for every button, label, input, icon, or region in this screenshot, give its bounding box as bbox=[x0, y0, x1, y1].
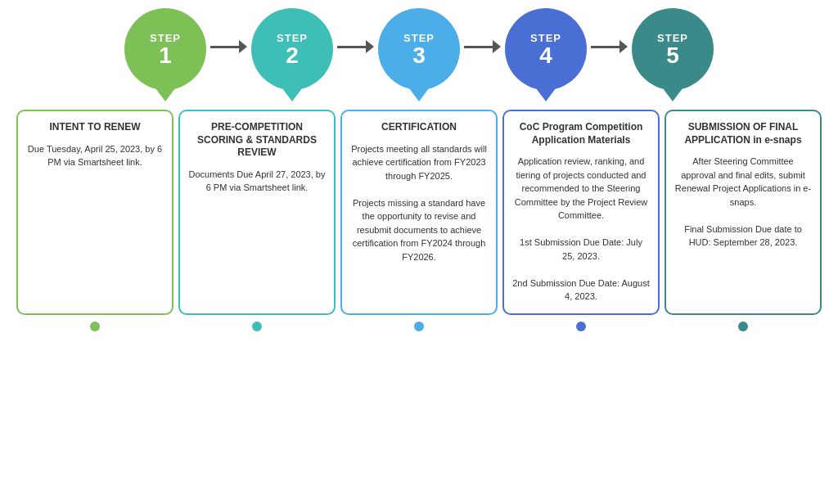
card2-body: Documents Due April 27, 2023, by 6 PM vi… bbox=[188, 168, 326, 195]
step5-bubble-wrapper: STEP 5 bbox=[632, 8, 714, 101]
arrow4-line bbox=[591, 46, 619, 48]
card1-dot bbox=[90, 322, 100, 331]
arrow1-head bbox=[239, 40, 247, 53]
step4-pointer bbox=[536, 88, 556, 101]
arrow2-line bbox=[337, 46, 366, 48]
card4-body: Application review, ranking, and tiering… bbox=[512, 155, 650, 304]
card4-dot bbox=[576, 322, 586, 331]
cards-row: INTENT TO RENEW Due Tuesday, April 25, 2… bbox=[16, 110, 822, 331]
step1-bubble: STEP 1 bbox=[124, 8, 206, 101]
card4-title: CoC Program Competition Application Mate… bbox=[512, 121, 650, 146]
step1-pointer bbox=[155, 88, 175, 101]
card5-title: SUBMISSION OF FINAL APPLICATION in e-sna… bbox=[674, 121, 812, 146]
step3-bubble: STEP 3 bbox=[378, 8, 460, 101]
step4-circle: STEP 4 bbox=[505, 8, 587, 90]
bubbles-row: STEP 1 STEP 2 bbox=[16, 8, 822, 101]
step1-circle: STEP 1 bbox=[124, 8, 206, 90]
card-step5: SUBMISSION OF FINAL APPLICATION in e-sna… bbox=[665, 110, 822, 315]
card5-body: After Steering Committee approval and fi… bbox=[674, 155, 812, 250]
step2-number: 2 bbox=[286, 44, 299, 67]
card-step2: PRE-COMPETITION SCORING & STANDARDS REVI… bbox=[178, 110, 336, 315]
arrow3-line bbox=[464, 46, 493, 48]
step4-bubble-wrapper: STEP 4 bbox=[505, 8, 587, 101]
step3-circle: STEP 3 bbox=[378, 8, 460, 90]
step4-bubble: STEP 4 bbox=[505, 8, 587, 101]
step5-number: 5 bbox=[666, 44, 679, 67]
arrow4 bbox=[591, 40, 628, 53]
step1-number: 1 bbox=[159, 44, 172, 67]
step5-pointer bbox=[663, 88, 683, 101]
card1-title: INTENT TO RENEW bbox=[49, 121, 140, 134]
flow-container: STEP 1 STEP 2 bbox=[16, 8, 822, 331]
card3-title: CERTIFICATION bbox=[381, 121, 457, 134]
card5-wrapper: SUBMISSION OF FINAL APPLICATION in e-sna… bbox=[665, 110, 822, 331]
step2-circle: STEP 2 bbox=[251, 8, 333, 90]
step3-bubble-wrapper: STEP 3 bbox=[378, 8, 460, 101]
arrow2-head bbox=[366, 40, 374, 53]
card1-wrapper: INTENT TO RENEW Due Tuesday, April 25, 2… bbox=[16, 110, 173, 331]
step5-circle: STEP 5 bbox=[632, 8, 714, 90]
card3-dot bbox=[414, 322, 424, 331]
step1-bubble-wrapper: STEP 1 bbox=[124, 8, 206, 101]
card4-wrapper: CoC Program Competition Application Mate… bbox=[502, 110, 660, 331]
step3-number: 3 bbox=[412, 44, 426, 67]
card1-body: Due Tuesday, April 25, 2023, by 6 PM via… bbox=[26, 142, 164, 169]
step5-bubble: STEP 5 bbox=[632, 8, 714, 101]
arrow4-head bbox=[619, 40, 628, 53]
arrow1-line bbox=[210, 46, 239, 48]
step2-bubble: STEP 2 bbox=[251, 8, 333, 101]
card2-dot bbox=[252, 322, 262, 331]
arrow2 bbox=[337, 40, 374, 53]
card5-dot bbox=[738, 322, 748, 331]
step2-pointer bbox=[282, 88, 302, 101]
step2-bubble-wrapper: STEP 2 bbox=[251, 8, 333, 101]
card-step3: CERTIFICATION Projects meeting all stand… bbox=[340, 110, 498, 315]
step3-pointer bbox=[409, 88, 429, 101]
arrow1 bbox=[210, 40, 247, 53]
card-step4: CoC Program Competition Application Mate… bbox=[502, 110, 660, 315]
card3-wrapper: CERTIFICATION Projects meeting all stand… bbox=[340, 110, 498, 331]
card2-wrapper: PRE-COMPETITION SCORING & STANDARDS REVI… bbox=[178, 110, 336, 331]
arrow3 bbox=[464, 40, 501, 53]
card-step1: INTENT TO RENEW Due Tuesday, April 25, 2… bbox=[16, 110, 173, 315]
card3-body: Projects meeting all standards will achi… bbox=[350, 142, 488, 264]
step4-number: 4 bbox=[539, 44, 552, 67]
arrow3-head bbox=[493, 40, 501, 53]
card2-title: PRE-COMPETITION SCORING & STANDARDS REVI… bbox=[188, 121, 326, 160]
